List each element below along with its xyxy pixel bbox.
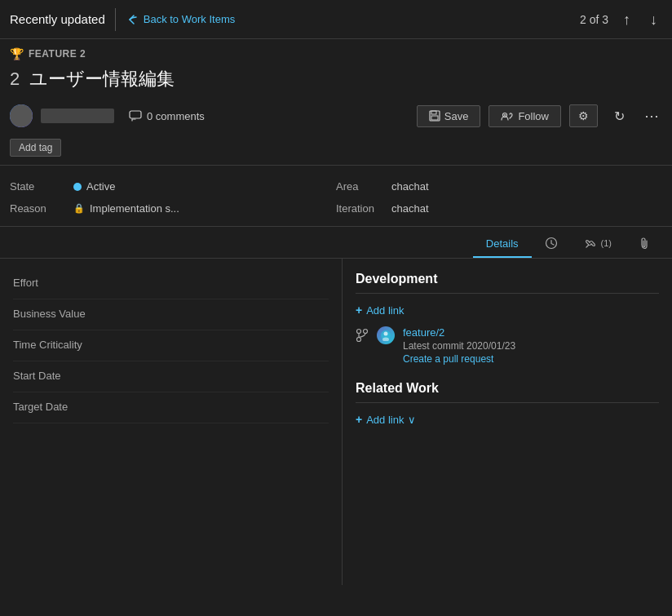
history-icon: [545, 237, 558, 250]
related-plus-icon: +: [356, 413, 362, 426]
target-date-field: Target Date: [13, 392, 329, 423]
area-label: Area: [336, 180, 385, 193]
refresh-button[interactable]: ↻: [606, 104, 633, 128]
tab-attachments[interactable]: [625, 230, 662, 258]
reason-field: Reason 🔒 Implementation s...: [10, 197, 336, 219]
iteration-value: chachat: [391, 202, 429, 215]
related-work-section-title: Related Work: [356, 381, 659, 396]
tab-list: Details (1): [473, 230, 662, 258]
fields-grid: State Active Area chachat Reason 🔒 Imple…: [0, 166, 672, 226]
dropdown-arrow: ∨: [408, 414, 416, 426]
work-item-id: 2: [10, 69, 20, 90]
add-related-link-button[interactable]: + Add link ∨: [356, 413, 416, 426]
svg-point-9: [357, 338, 361, 342]
link-icon: [584, 237, 597, 250]
state-value: Active: [73, 180, 115, 193]
effort-label: Effort: [13, 277, 329, 289]
work-item-title: ユーザー情報編集: [29, 67, 175, 91]
business-value-label: Business Value: [13, 308, 329, 320]
plus-icon: +: [356, 304, 362, 317]
iteration-label: Iteration: [336, 202, 385, 215]
feature-badge: FEATURE 2: [29, 48, 86, 60]
next-item-button[interactable]: ↓: [645, 9, 662, 30]
follow-button[interactable]: Follow: [489, 105, 561, 127]
add-tag-button[interactable]: Add tag: [10, 139, 61, 157]
left-panel: Effort Business Value Time Criticality S…: [0, 259, 343, 585]
lock-icon: 🔒: [73, 203, 85, 214]
branch-item: feature/2 Latest commit 2020/01/23 Creat…: [356, 326, 659, 365]
time-criticality-field: Time Criticality: [13, 330, 329, 361]
state-label: State: [10, 180, 67, 193]
save-icon: [429, 110, 440, 122]
more-options-button[interactable]: ⋯: [641, 103, 662, 129]
area-field: Area chachat: [336, 175, 662, 197]
avatar: [10, 104, 33, 127]
create-pull-request-link[interactable]: Create a pull request: [403, 353, 515, 365]
feature-bar: 🏆 FEATURE 2: [0, 39, 672, 64]
header-divider: [115, 8, 116, 31]
svg-point-11: [384, 332, 388, 336]
right-panel: Development + Add link: [343, 259, 672, 585]
reason-value: 🔒 Implementation s...: [73, 202, 179, 215]
branch-details: feature/2 Latest commit 2020/01/23 Creat…: [403, 326, 515, 365]
svg-rect-2: [431, 111, 436, 114]
start-date-label: Start Date: [13, 370, 329, 382]
business-value-field: Business Value: [13, 299, 329, 330]
time-criticality-label: Time Criticality: [13, 339, 329, 351]
toolbar-row: 0 comments Save Follow ⚙ ↻ ⋯: [0, 100, 672, 135]
git-branch-icon: [356, 328, 369, 343]
branch-commit-meta: Latest commit 2020/01/23: [403, 340, 515, 352]
attachment-icon: [638, 237, 649, 250]
tab-history[interactable]: [532, 230, 571, 258]
area-value: chachat: [391, 180, 429, 193]
comments-icon: [129, 110, 142, 122]
nav-counter: 2 of 3: [580, 13, 608, 26]
branch-avatar: [377, 326, 395, 344]
tag-row: Add tag: [0, 135, 672, 165]
start-date-field: Start Date: [13, 361, 329, 392]
development-section-title: Development: [356, 272, 659, 286]
title-row: 2 ユーザー情報編集: [0, 64, 672, 100]
reason-label: Reason: [10, 202, 67, 215]
branch-name-link[interactable]: feature/2: [403, 326, 444, 339]
svg-rect-0: [130, 111, 141, 118]
username-placeholder: [41, 109, 114, 123]
trophy-icon: 🏆: [10, 47, 24, 60]
back-icon: [126, 13, 139, 26]
status-dot: [73, 183, 82, 191]
comments-button[interactable]: 0 comments: [122, 107, 211, 126]
svg-point-7: [357, 330, 361, 334]
tabs-container: Details (1): [0, 227, 672, 259]
page-title: Recently updated: [10, 12, 105, 26]
branch-icon: [356, 328, 369, 346]
effort-field: Effort: [13, 268, 329, 299]
settings-button[interactable]: ⚙: [569, 104, 598, 127]
related-work-section: Related Work + Add link ∨: [356, 381, 659, 426]
development-divider: [356, 293, 659, 294]
target-date-label: Target Date: [13, 401, 329, 413]
prev-item-button[interactable]: ↑: [618, 9, 635, 30]
save-button[interactable]: Save: [417, 105, 481, 127]
comments-count: 0 comments: [147, 110, 205, 122]
follow-icon: [501, 111, 514, 121]
svg-point-8: [364, 330, 368, 334]
tab-links[interactable]: (1): [571, 230, 625, 258]
related-work-divider: [356, 402, 659, 403]
content-area: Effort Business Value Time Criticality S…: [0, 259, 672, 585]
svg-rect-3: [431, 116, 438, 120]
back-to-work-items-link[interactable]: Back to Work Items: [126, 13, 235, 26]
svg-point-5: [504, 114, 506, 116]
state-field: State Active: [10, 175, 336, 197]
links-badge: (1): [601, 238, 612, 248]
page-header: Recently updated Back to Work Items 2 of…: [0, 0, 672, 39]
iteration-field: Iteration chachat: [336, 197, 662, 219]
tab-details[interactable]: Details: [473, 230, 532, 258]
add-link-button[interactable]: + Add link: [356, 304, 404, 317]
